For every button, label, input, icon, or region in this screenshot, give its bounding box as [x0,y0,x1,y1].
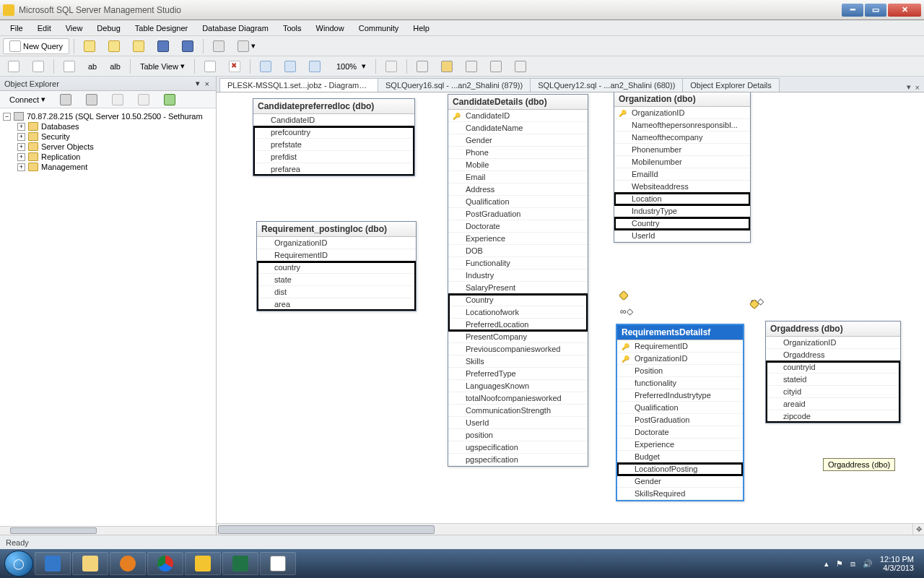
expand-icon[interactable]: + [17,123,25,131]
table-column[interactable]: Doctorate [617,426,743,439]
table-column[interactable]: Industry [448,269,588,282]
menu-debug[interactable]: Debug [91,22,126,34]
table-column[interactable]: PreferredLocation [448,319,588,331]
arrange-button[interactable] [255,58,276,75]
table-column[interactable]: Experience [448,233,588,245]
new-query-button[interactable]: New Query [3,38,69,54]
taskbar-chrome[interactable] [147,552,183,575]
expand-icon[interactable]: + [17,163,25,171]
tree-node-server-objects[interactable]: +Server Objects [1,142,214,152]
diagram-table-organization[interactable]: Organization (dbo)OrganizationIDNameofth… [614,92,751,243]
table-column[interactable]: Functionality [448,257,588,269]
alb-button[interactable]: alb [105,59,126,74]
tray-flag-icon[interactable]: ⚑ [836,559,843,569]
connect-button[interactable]: Connect▾ [4,92,51,107]
canvas-pan-handle[interactable]: ✥ [912,523,924,535]
table-column[interactable]: Nameofthecompany [614,131,750,144]
table-column[interactable]: Mobile [448,159,588,171]
tree-server-node[interactable]: − 70.87.28.215 (SQL Server 10.50.2500 - … [1,111,214,121]
table-column[interactable]: Position [617,365,743,377]
table-column[interactable]: CandidateID [448,110,588,122]
table-column[interactable]: cityid [766,386,900,398]
table-column[interactable]: prefarea [253,163,414,176]
menu-database-diagram[interactable]: Database Diagram [196,22,274,34]
table-column[interactable]: LanguagesKnown [448,380,588,392]
table-column[interactable]: OrganizationID [617,353,743,365]
taskbar-ie[interactable] [35,552,71,575]
panel-dropdown-icon[interactable]: ▾ [196,79,200,88]
tree-node-management[interactable]: +Management [1,162,214,172]
table-column[interactable]: Email [448,171,588,184]
taskbar-ssms[interactable] [185,552,221,575]
table-column[interactable]: EmailId [614,168,750,181]
open-file2-button[interactable] [128,38,149,55]
table-column[interactable]: Skills [448,355,588,368]
scrollbar-thumb[interactable] [218,525,435,534]
table-column[interactable]: CommunicationStrength [448,405,588,417]
misc-button[interactable] [461,58,482,75]
activity-button[interactable] [208,38,230,55]
table-column[interactable]: Budget [617,451,743,463]
tree-node-security[interactable]: +Security [1,131,214,142]
panel-close-icon[interactable]: × [203,79,212,88]
table-column[interactable]: PostGraduation [617,414,743,426]
tray-network-icon[interactable]: ⧈ [850,559,855,569]
table-column[interactable]: LocationofPosting [617,463,743,475]
table-column[interactable]: Gender [617,475,743,488]
table-column[interactable]: Phone [448,147,588,159]
table-column[interactable]: prefdist [253,151,414,163]
taskbar-explorer[interactable] [72,552,108,575]
table-column[interactable]: Address [448,184,588,196]
table-header[interactable]: Requirement_postingloc (dbo) [257,222,416,237]
table-column[interactable]: prefstate [253,139,414,151]
table-column[interactable]: countryid [766,361,900,374]
save-button[interactable] [152,38,174,55]
tree-node-replication[interactable]: +Replication [1,152,214,162]
table-column[interactable]: SkillsRequired [617,488,743,500]
tab-overflow-icon[interactable]: ▾ [907,82,911,92]
table-column[interactable]: RequirementID [257,249,416,262]
expand-icon[interactable]: + [17,153,25,161]
add-table-button[interactable] [3,58,25,75]
filter-button[interactable] [133,91,154,108]
table-column[interactable]: Websiteaddress [614,181,750,193]
tray-volume-icon[interactable]: 🔊 [863,559,873,569]
diagram-table-requirementsdetails[interactable]: RequirementsDetailsfRequirementIDOrganiz… [616,324,744,501]
table-column[interactable]: ugspecification [448,441,588,454]
table-header[interactable]: Organization (dbo) [614,92,750,107]
document-tab[interactable]: SQLQuery12.sql - ...an2_Shalini (680)) [530,78,683,92]
table-column[interactable]: RequirementID [617,340,743,353]
table-column[interactable]: UserId [448,417,588,429]
auto-size-button[interactable] [279,58,301,75]
table-column[interactable]: Qualification [617,402,743,414]
table-column[interactable]: dist [257,286,416,298]
table-column[interactable]: PostGraduation [448,208,588,220]
table-column[interactable]: Doctorate [448,220,588,233]
table-column[interactable]: Nameofthepersonresponsibl... [614,119,750,131]
menu-file[interactable]: File [4,22,29,34]
manage-indexes-button[interactable] [224,58,245,75]
object-explorer-tree[interactable]: − 70.87.28.215 (SQL Server 10.50.2500 - … [0,108,216,526]
tray-expand-icon[interactable]: ▴ [824,559,829,569]
table-column[interactable]: totalNoofcompaniesworked [448,392,588,405]
table-column[interactable]: SalaryPresent [448,282,588,294]
open-file-button[interactable] [79,38,100,55]
table-column[interactable]: CandidateID [253,114,414,126]
expand-icon[interactable]: + [17,133,25,141]
expand-icon[interactable]: + [17,143,25,151]
taskbar-chat[interactable] [260,552,296,575]
new-text-annotation-button[interactable] [58,58,80,75]
key-button[interactable] [436,58,458,75]
table-column[interactable]: position [448,429,588,441]
menu-window[interactable]: Window [310,22,350,34]
table-column[interactable]: OrganizationID [257,237,416,249]
table-column[interactable]: PreferredType [448,368,588,380]
table-column[interactable]: state [257,274,416,286]
table-column[interactable]: Mobilenumber [614,156,750,168]
diagram-table-candidatepreferredloc[interactable]: Candidatepreferredloc (dbo)CandidateIDpr… [253,98,415,176]
table-header[interactable]: Orgaddress (dbo) [766,322,900,337]
trash-button[interactable] [411,58,433,75]
zoom-selector[interactable]: 100%▾ [328,58,371,75]
window-maximize-button[interactable]: ▭ [865,4,886,17]
diagram-table-requirement_postingloc[interactable]: Requirement_postingloc (dbo)Organization… [256,221,417,311]
